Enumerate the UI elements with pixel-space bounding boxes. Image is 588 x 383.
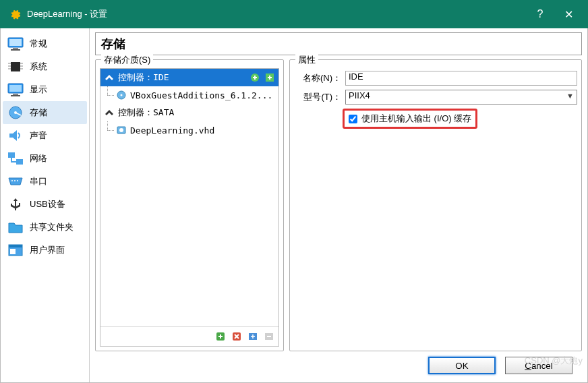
svg-rect-17 <box>8 152 15 158</box>
io-cache-highlight: 使用主机输入输出 (I/O) 缓存 <box>343 109 477 129</box>
display-icon <box>7 82 24 97</box>
tree-toolbar <box>100 326 278 346</box>
sidebar-item-display[interactable]: 显示 <box>3 78 87 101</box>
sidebar-item-storage[interactable]: 存储 <box>3 101 87 124</box>
folder-icon <box>7 220 24 235</box>
sidebar-item-system[interactable]: 系统 <box>3 55 87 78</box>
chevron-down-icon: ▼ <box>566 92 574 100</box>
network-icon <box>7 151 24 166</box>
sidebar-label: 显示 <box>30 84 47 96</box>
svg-rect-2 <box>13 48 18 49</box>
content: 常规 系统 显示 存储 声音 网络 串口 USB设备 <box>0 28 588 383</box>
sidebar-label: 用户界面 <box>30 244 65 256</box>
tree-label: 控制器：SATA <box>118 107 174 119</box>
svg-rect-23 <box>9 245 22 247</box>
svg-point-21 <box>17 180 18 181</box>
svg-rect-3 <box>11 49 20 51</box>
tree-label: 控制器：IDE <box>118 71 169 84</box>
svg-rect-12 <box>9 85 22 92</box>
tree-item-optical[interactable]: VBoxGuestAdditions_6.1.2... <box>100 86 278 104</box>
tree-label: VBoxGuestAdditions_6.1.2... <box>130 90 272 100</box>
tree-item-disk[interactable]: DeepLearning.vhd <box>100 121 278 139</box>
dialog-buttons: OK Cancel <box>95 351 582 377</box>
window-title: DeepLearning - 设置 <box>27 8 526 20</box>
storage-tree[interactable]: 控制器：IDE VBoxGuestAdditions_6.1.2... 控制器：… <box>100 69 278 326</box>
sidebar-item-network[interactable]: 网络 <box>3 147 87 170</box>
monitor-icon <box>7 36 24 51</box>
tree-controller-ide[interactable]: 控制器：IDE <box>100 69 278 86</box>
add-controller-button[interactable] <box>214 330 227 343</box>
props-legend: 属性 <box>295 54 318 66</box>
page-heading: 存储 <box>95 32 582 55</box>
sidebar-item-ui[interactable]: 用户界面 <box>3 239 87 262</box>
type-label: 型号(T)： <box>294 91 341 103</box>
svg-rect-14 <box>11 95 20 96</box>
sidebar-label: USB设备 <box>30 198 65 210</box>
sidebar-item-usb[interactable]: USB设备 <box>3 193 87 216</box>
usb-icon <box>7 197 24 212</box>
svg-point-28 <box>121 94 123 96</box>
sidebar-item-audio[interactable]: 声音 <box>3 124 87 147</box>
remove-controller-button[interactable] <box>230 330 243 343</box>
cd-icon <box>115 89 127 101</box>
sidebar-label: 声音 <box>30 129 47 142</box>
help-button[interactable]: ? <box>526 8 554 20</box>
sidebar-item-general[interactable]: 常规 <box>3 32 87 55</box>
sidebar-label: 共享文件夹 <box>30 221 74 233</box>
svg-rect-4 <box>11 62 20 71</box>
add-attachment-button[interactable] <box>246 330 260 343</box>
remove-attachment-button[interactable] <box>262 330 276 343</box>
sidebar-item-shared[interactable]: 共享文件夹 <box>3 216 87 239</box>
name-label: 名称(N)： <box>294 72 341 84</box>
tree-controller-sata[interactable]: 控制器：SATA <box>100 104 278 121</box>
sidebar-item-serial[interactable]: 串口 <box>3 170 87 193</box>
sidebar: 常规 系统 显示 存储 声音 网络 串口 USB设备 <box>1 28 90 382</box>
add-disk-icon[interactable] <box>264 71 276 84</box>
svg-point-19 <box>11 180 13 181</box>
svg-point-30 <box>119 128 123 132</box>
svg-rect-24 <box>10 249 16 254</box>
tree-legend: 存储介质(S) <box>101 54 153 66</box>
ok-button[interactable]: OK <box>428 357 496 374</box>
sidebar-label: 存储 <box>30 107 47 119</box>
storage-tree-panel: 存储介质(S) 控制器：IDE VBoxGuestAdditions_6.1 <box>95 59 284 351</box>
properties-panel: 属性 名称(N)： IDE 型号(T)： PIIX4 ▼ 使用主机输入输出 (I… <box>289 59 582 351</box>
svg-rect-13 <box>13 94 18 95</box>
chip-icon <box>7 59 24 74</box>
hdd-icon <box>115 124 127 136</box>
io-cache-label: 使用主机输入输出 (I/O) 缓存 <box>361 113 471 125</box>
titlebar: DeepLearning - 设置 ? ✕ <box>0 0 588 28</box>
sidebar-label: 系统 <box>30 61 47 73</box>
type-select[interactable]: PIIX4 ▼ <box>345 90 577 105</box>
add-optical-icon[interactable] <box>249 71 261 84</box>
disk-icon <box>7 105 24 120</box>
svg-point-20 <box>14 180 16 181</box>
sidebar-label: 常规 <box>30 38 47 50</box>
name-input[interactable]: IDE <box>345 71 577 86</box>
svg-rect-1 <box>9 39 22 46</box>
controller-icon <box>103 107 115 119</box>
sidebar-label: 串口 <box>30 175 47 187</box>
layout-icon <box>7 243 24 258</box>
serial-icon <box>7 174 24 189</box>
controller-icon <box>103 71 115 84</box>
main-panel: 存储 存储介质(S) 控制器：IDE <box>90 28 587 382</box>
svg-rect-18 <box>16 159 23 165</box>
cancel-button[interactable]: Cancel <box>505 357 572 374</box>
io-cache-checkbox[interactable] <box>349 115 357 123</box>
sidebar-label: 网络 <box>30 152 47 165</box>
tree-label: DeepLearning.vhd <box>130 125 214 136</box>
speaker-icon <box>7 128 24 143</box>
close-button[interactable]: ✕ <box>554 8 583 21</box>
gear-icon <box>8 7 22 21</box>
